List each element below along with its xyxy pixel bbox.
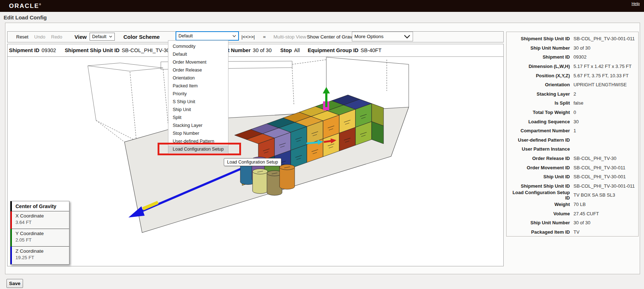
- more-options-value: More Options: [354, 31, 384, 42]
- equals-control[interactable]: =: [263, 32, 266, 42]
- reset-button[interactable]: Reset: [16, 32, 28, 42]
- color-scheme-option-s-ship-unit[interactable]: S Ship Unit: [168, 98, 228, 106]
- cog-row-z: Z Coordinate19.25 FT: [10, 247, 69, 264]
- color-scheme-option-order-release[interactable]: Order Release: [168, 66, 228, 74]
- load-viewport-3d[interactable]: Shipment ID09302Shipment Ship Unit IDSB-…: [7, 44, 504, 266]
- view-select-value: Default: [92, 32, 106, 42]
- undo-button[interactable]: Undo: [34, 32, 45, 42]
- color-scheme-option-priority[interactable]: Priority: [168, 90, 228, 98]
- chevron-down-icon: [109, 36, 112, 38]
- cog-row-y: Y Coordinate2.05 FT: [10, 229, 69, 247]
- detail-row-loading-sequence: Loading Sequence30: [507, 117, 638, 126]
- view-select[interactable]: Default: [90, 33, 115, 41]
- show-center-of-gravity-button[interactable]: Show Center of Gravity: [307, 32, 357, 42]
- detail-row-order-movement-id: Order Movement IDSB-COL_PHI_TV-30-011: [507, 163, 638, 172]
- detail-row-dimension-l-w-h-: Dimension (L,W,H)5.17 FT x 1.42 FT x 3.7…: [507, 62, 638, 71]
- color-scheme-dropdown-menu: CommodityDefaultOrder MovementOrder Rele…: [168, 40, 228, 155]
- save-button[interactable]: Save: [6, 279, 23, 288]
- cog-row-x: X Coordinate3.64 FT: [10, 211, 69, 229]
- oracle-logo: ORACLE: [9, 3, 41, 10]
- info-equipment-group-id: Equipment Group IDSB-40FT: [308, 47, 381, 53]
- detail-row-user-pattern-instance: User Pattern Instance: [507, 144, 638, 154]
- app-header: ORACLE Help: [0, 0, 644, 12]
- color-scheme-option-orientation[interactable]: Orientation: [168, 74, 228, 82]
- detail-row-compartment-number: Compartment Number1: [507, 126, 638, 136]
- color-scheme-option-stop-number[interactable]: Stop Number: [168, 129, 228, 137]
- menu-tooltip: Load Configuration Setup: [224, 158, 281, 166]
- color-scheme-label: Color Scheme: [123, 32, 160, 42]
- multi-stop-view-button[interactable]: Multi-stop View: [273, 32, 306, 42]
- detail-row-shipment-id: Shipment ID09302: [507, 52, 638, 62]
- detail-row-is-split: Is Splitfalse: [507, 98, 638, 108]
- shipment-info-bar: Shipment ID09302Shipment Ship Unit IDSB-…: [8, 44, 503, 57]
- detail-row-position-x-y-z-: Position (X,Y,Z)5.67 FT, 3.75 FT, 10.33 …: [507, 71, 638, 80]
- detail-row-stacking-layer: Stacking Layer2: [507, 90, 638, 99]
- redo-button[interactable]: Redo: [51, 32, 62, 42]
- more-options-select[interactable]: More Options: [352, 32, 413, 41]
- pager-control[interactable]: |<<>>|: [241, 32, 255, 42]
- detail-row-ship-unit-number: Ship Unit Number30 of 30: [507, 218, 638, 228]
- page-title: Edit Load Config: [4, 14, 47, 20]
- detail-row-ship-unit-number: Ship Unit Number30 of 30: [507, 43, 638, 53]
- detail-row-ship-unit-id: Ship Unit IDSB-COL_PHI_TV-30-001: [507, 172, 638, 182]
- color-scheme-option-default[interactable]: Default: [168, 50, 228, 58]
- detail-row-load-configuration-setup-id: Load Configuration Setup IDTV BOX SA SB …: [507, 191, 638, 200]
- chevron-down-icon: [232, 35, 236, 37]
- center-of-gravity-panel: Center of Gravity X Coordinate3.64 FTY C…: [10, 201, 69, 265]
- ship-unit-details-panel: Shipment Ship Unit IDSB-COL_PHI_TV-30-00…: [506, 32, 639, 237]
- detail-row-shipment-ship-unit-id: Shipment Ship Unit IDSB-COL_PHI_TV-30-00…: [507, 182, 638, 191]
- detail-row-volume: Volume27.45 CUFT: [507, 209, 638, 218]
- help-link[interactable]: Help: [631, 1, 640, 6]
- color-scheme-option-split[interactable]: Split: [168, 114, 228, 121]
- color-scheme-option-ship-unit[interactable]: Ship Unit: [168, 106, 228, 114]
- info-stop: StopAll: [280, 47, 300, 53]
- color-scheme-option-commodity[interactable]: Commodity: [168, 42, 228, 50]
- chevron-down-icon: [404, 35, 411, 39]
- detail-row-orientation: OrientationUPRIGHT LENGTHWISE: [507, 80, 638, 90]
- color-scheme-option-packed-item[interactable]: Packed Item: [168, 82, 228, 90]
- detail-row-packaged-item-id: Packaged Item IDTV: [507, 227, 638, 237]
- detail-row-order-release-id: Order Release IDSB-COL_PHI_TV-30: [507, 154, 638, 163]
- color-scheme-option-stacking-layer[interactable]: Stacking Layer: [168, 121, 228, 129]
- color-scheme-select-value: Default: [178, 31, 193, 41]
- detail-row-user-defined-pattern-id: User-defined Pattern ID: [507, 136, 638, 145]
- view-label: View: [74, 32, 87, 42]
- color-scheme-option-order-movement[interactable]: Order Movement: [168, 58, 228, 66]
- color-scheme-select[interactable]: Default: [176, 31, 239, 41]
- cog-panel-title: Center of Gravity: [10, 201, 69, 211]
- viewer-toolbar: Reset Undo Redo View Default Color Schem…: [7, 31, 504, 42]
- detail-row-weight: Weight70 LB: [507, 200, 638, 209]
- info-shipment-id: Shipment ID09302: [9, 47, 56, 53]
- detail-row-total-top-weight: Total Top Weight0: [507, 108, 638, 117]
- detail-row-shipment-ship-unit-id: Shipment Ship Unit IDSB-COL_PHI_TV-30-00…: [507, 34, 638, 43]
- annotation-highlight-box: [158, 143, 241, 155]
